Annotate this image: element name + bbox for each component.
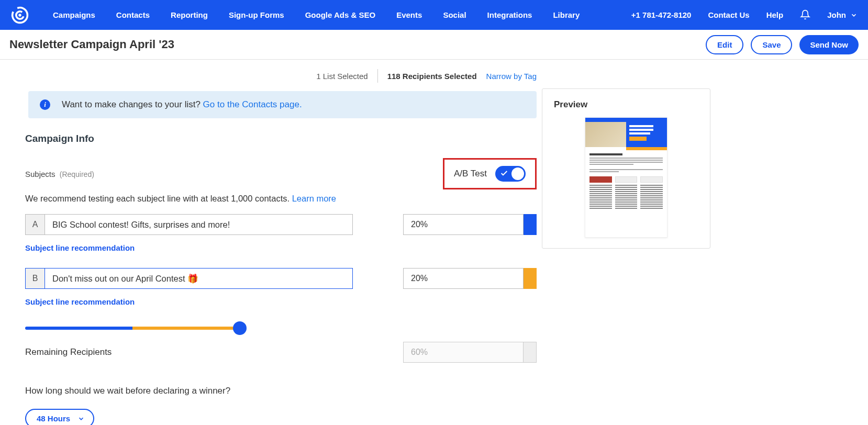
subjects-label: Subjects (Required) — [25, 170, 94, 178]
nav-library[interactable]: Library — [553, 10, 580, 19]
divider — [377, 69, 378, 83]
page-title: Newsletter Campaign April '23 — [9, 38, 174, 51]
nav-contacts[interactable]: Contacts — [116, 10, 150, 19]
split-slider[interactable] — [25, 322, 240, 334]
remaining-recipients-label: Remaining Recipients — [25, 347, 112, 357]
preview-title: Preview — [554, 99, 698, 110]
subject-b-group: B — [25, 268, 353, 289]
duration-value: 48 Hours — [37, 414, 70, 423]
nav-signup-forms[interactable]: Sign-up Forms — [229, 10, 284, 19]
nav-social[interactable]: Social — [443, 10, 466, 19]
remaining-percent-input — [403, 342, 524, 363]
recommend-text-body: We recommend testing each subject line w… — [25, 194, 292, 203]
nav-campaigns[interactable]: Campaigns — [53, 10, 95, 19]
chevron-down-icon — [850, 12, 858, 19]
svg-point-2 — [18, 14, 21, 16]
subject-b-input[interactable] — [45, 268, 353, 289]
recipient-bar: 1 List Selected 118 Recipients Selected … — [7, 63, 542, 88]
nav-right: +1 781-472-8120 Contact Us Help John — [631, 9, 858, 21]
nav-reporting[interactable]: Reporting — [171, 10, 208, 19]
nav-contact-us[interactable]: Contact Us — [708, 10, 749, 19]
send-now-button[interactable]: Send Now — [799, 35, 859, 54]
subjects-label-text: Subjects — [25, 170, 55, 178]
narrow-by-tag-link[interactable]: Narrow by Tag — [486, 72, 537, 81]
subject-a-prefix: A — [25, 214, 45, 235]
remaining-bar — [524, 342, 537, 363]
contacts-page-link[interactable]: Go to the Contacts page. — [203, 99, 302, 109]
check-icon — [500, 169, 508, 179]
ab-test-box: A/B Test — [443, 158, 537, 189]
nav-help[interactable]: Help — [766, 10, 784, 19]
nav-google-ads[interactable]: Google Ads & SEO — [305, 10, 375, 19]
save-button[interactable]: Save — [751, 35, 792, 54]
banner-text: Want to make changes to your list? — [62, 99, 203, 109]
subheader: Newsletter Campaign April '23 Edit Save … — [0, 30, 868, 60]
slider-track — [25, 327, 240, 330]
recipients-selected: 118 Recipients Selected — [387, 72, 477, 81]
subject-a-bar — [524, 214, 537, 235]
learn-more-link[interactable]: Learn more — [292, 194, 336, 203]
subject-b-prefix: B — [25, 268, 45, 289]
chevron-down-icon — [77, 415, 85, 422]
duration-dropdown[interactable]: 48 Hours — [25, 409, 94, 425]
recommend-text: We recommend testing each subject line w… — [25, 194, 537, 204]
nav-phone[interactable]: +1 781-472-8120 — [631, 10, 692, 19]
info-icon: i — [40, 99, 50, 110]
nav-links: Campaigns Contacts Reporting Sign-up For… — [53, 10, 631, 19]
slider-seg-a — [25, 327, 132, 330]
slider-seg-b — [132, 327, 240, 330]
user-name: John — [827, 10, 846, 19]
subject-b-percent-group — [403, 268, 537, 289]
lists-selected: 1 List Selected — [316, 72, 368, 81]
required-text: (Required) — [60, 170, 94, 178]
nav-events[interactable]: Events — [396, 10, 422, 19]
ab-test-toggle[interactable] — [495, 166, 526, 182]
edit-button[interactable]: Edit — [706, 35, 743, 54]
ab-test-label: A/B Test — [454, 169, 487, 179]
logo-icon[interactable] — [10, 6, 29, 25]
top-nav: Campaigns Contacts Reporting Sign-up For… — [0, 0, 868, 30]
subheader-actions: Edit Save Send Now — [706, 35, 859, 54]
bell-icon[interactable] — [800, 9, 810, 21]
campaign-info-heading: Campaign Info — [25, 133, 537, 144]
subject-b-percent-input[interactable] — [403, 268, 524, 289]
subject-line-rec-link-a[interactable]: Subject line recommendation — [25, 243, 537, 252]
subject-a-group: A — [25, 214, 353, 235]
toggle-knob — [511, 167, 524, 180]
subject-a-percent-group — [403, 214, 537, 235]
winner-question: How long should we wait before declaring… — [25, 386, 537, 396]
preview-card: Preview — [542, 88, 710, 249]
info-banner-text: Want to make changes to your list? Go to… — [62, 99, 302, 110]
subject-b-bar — [524, 268, 537, 289]
subject-line-rec-link-b[interactable]: Subject line recommendation — [25, 297, 537, 306]
user-menu[interactable]: John — [827, 10, 858, 19]
preview-thumbnail[interactable] — [585, 117, 667, 238]
subject-a-percent-input[interactable] — [403, 214, 524, 235]
remaining-percent-group — [403, 342, 537, 363]
subject-a-input[interactable] — [45, 214, 353, 235]
nav-integrations[interactable]: Integrations — [487, 10, 532, 19]
info-banner: i Want to make changes to your list? Go … — [28, 91, 537, 118]
slider-thumb[interactable] — [233, 321, 247, 335]
